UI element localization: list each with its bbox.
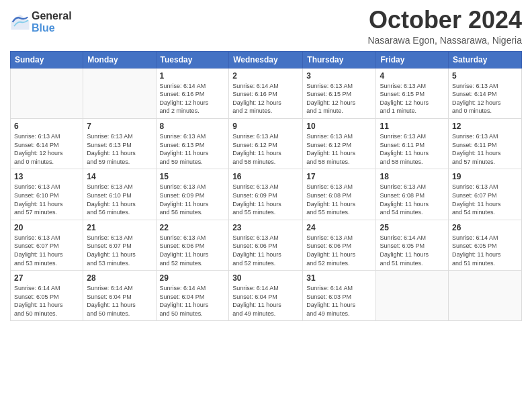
day-info: Sunrise: 6:14 AM Sunset: 6:05 PM Dayligh… — [14, 284, 79, 318]
col-thursday: Thursday — [303, 51, 376, 68]
calendar-cell: 15Sunrise: 6:13 AM Sunset: 6:09 PM Dayli… — [156, 169, 229, 220]
logo-icon — [10, 12, 30, 32]
day-number: 16 — [232, 172, 299, 181]
calendar-cell: 26Sunrise: 6:14 AM Sunset: 6:05 PM Dayli… — [449, 220, 522, 270]
day-info: Sunrise: 6:13 AM Sunset: 6:13 PM Dayligh… — [87, 132, 152, 166]
calendar-cell: 18Sunrise: 6:13 AM Sunset: 6:08 PM Dayli… — [376, 169, 449, 220]
header: General Blue October 2024 Nasarawa Egon,… — [10, 7, 522, 46]
day-number: 17 — [306, 172, 372, 181]
day-number: 11 — [380, 122, 445, 131]
day-number: 26 — [452, 223, 518, 232]
calendar-cell: 14Sunrise: 6:13 AM Sunset: 6:10 PM Dayli… — [83, 169, 156, 220]
calendar-cell: 13Sunrise: 6:13 AM Sunset: 6:10 PM Dayli… — [11, 169, 83, 220]
calendar-header-row: Sunday Monday Tuesday Wednesday Thursday… — [11, 51, 522, 68]
day-number: 7 — [87, 122, 152, 131]
calendar-cell: 30Sunrise: 6:14 AM Sunset: 6:04 PM Dayli… — [229, 271, 303, 321]
day-info: Sunrise: 6:13 AM Sunset: 6:06 PM Dayligh… — [306, 234, 372, 267]
calendar-week-row-4: 20Sunrise: 6:13 AM Sunset: 6:07 PM Dayli… — [11, 220, 522, 270]
calendar-cell: 31Sunrise: 6:14 AM Sunset: 6:03 PM Dayli… — [303, 271, 376, 321]
calendar-cell: 10Sunrise: 6:13 AM Sunset: 6:12 PM Dayli… — [303, 118, 376, 169]
day-number: 18 — [380, 172, 445, 181]
day-number: 12 — [452, 122, 518, 131]
logo-blue: Blue — [32, 22, 72, 34]
calendar-cell: 22Sunrise: 6:13 AM Sunset: 6:06 PM Dayli… — [156, 220, 229, 270]
calendar-cell: 11Sunrise: 6:13 AM Sunset: 6:11 PM Dayli… — [376, 118, 449, 169]
day-number: 27 — [14, 273, 79, 283]
day-info: Sunrise: 6:14 AM Sunset: 6:16 PM Dayligh… — [160, 82, 226, 116]
calendar-cell: 24Sunrise: 6:13 AM Sunset: 6:06 PM Dayli… — [303, 220, 376, 270]
day-info: Sunrise: 6:13 AM Sunset: 6:10 PM Dayligh… — [14, 183, 79, 216]
calendar-week-row-1: 1Sunrise: 6:14 AM Sunset: 6:16 PM Daylig… — [11, 68, 522, 118]
day-number: 13 — [14, 172, 79, 181]
calendar-cell: 28Sunrise: 6:14 AM Sunset: 6:04 PM Dayli… — [83, 271, 156, 321]
day-number: 5 — [452, 71, 518, 81]
col-sunday: Sunday — [11, 51, 83, 68]
calendar-cell: 6Sunrise: 6:13 AM Sunset: 6:14 PM Daylig… — [11, 118, 83, 169]
day-info: Sunrise: 6:13 AM Sunset: 6:08 PM Dayligh… — [306, 183, 372, 216]
day-number: 10 — [306, 122, 372, 131]
calendar-cell: 7Sunrise: 6:13 AM Sunset: 6:13 PM Daylig… — [83, 118, 156, 169]
calendar-cell: 20Sunrise: 6:13 AM Sunset: 6:07 PM Dayli… — [11, 220, 83, 270]
day-info: Sunrise: 6:13 AM Sunset: 6:12 PM Dayligh… — [232, 132, 299, 166]
day-info: Sunrise: 6:14 AM Sunset: 6:04 PM Dayligh… — [160, 284, 226, 318]
day-number: 1 — [160, 71, 226, 81]
calendar-week-row-2: 6Sunrise: 6:13 AM Sunset: 6:14 PM Daylig… — [11, 118, 522, 169]
calendar-cell: 23Sunrise: 6:13 AM Sunset: 6:06 PM Dayli… — [229, 220, 303, 270]
day-number: 25 — [380, 223, 445, 232]
calendar-cell: 25Sunrise: 6:14 AM Sunset: 6:05 PM Dayli… — [376, 220, 449, 270]
col-saturday: Saturday — [449, 51, 522, 68]
day-info: Sunrise: 6:13 AM Sunset: 6:14 PM Dayligh… — [452, 82, 518, 116]
day-info: Sunrise: 6:13 AM Sunset: 6:08 PM Dayligh… — [380, 183, 445, 216]
calendar-cell: 8Sunrise: 6:13 AM Sunset: 6:13 PM Daylig… — [156, 118, 229, 169]
day-info: Sunrise: 6:13 AM Sunset: 6:09 PM Dayligh… — [232, 183, 299, 216]
day-number: 28 — [87, 273, 152, 283]
calendar-table: Sunday Monday Tuesday Wednesday Thursday… — [10, 51, 522, 322]
day-info: Sunrise: 6:14 AM Sunset: 6:04 PM Dayligh… — [87, 284, 152, 318]
day-number: 23 — [232, 223, 299, 232]
day-info: Sunrise: 6:13 AM Sunset: 6:06 PM Dayligh… — [232, 234, 299, 267]
col-tuesday: Tuesday — [156, 51, 229, 68]
calendar-cell — [376, 271, 449, 321]
day-number: 2 — [232, 71, 299, 81]
day-number: 31 — [306, 273, 372, 283]
day-number: 24 — [306, 223, 372, 232]
calendar-week-row-5: 27Sunrise: 6:14 AM Sunset: 6:05 PM Dayli… — [11, 271, 522, 321]
day-number: 6 — [14, 122, 79, 131]
day-info: Sunrise: 6:14 AM Sunset: 6:03 PM Dayligh… — [306, 284, 372, 318]
day-info: Sunrise: 6:13 AM Sunset: 6:06 PM Dayligh… — [160, 234, 226, 267]
day-info: Sunrise: 6:13 AM Sunset: 6:12 PM Dayligh… — [306, 132, 372, 166]
calendar-cell: 3Sunrise: 6:13 AM Sunset: 6:15 PM Daylig… — [303, 68, 376, 118]
day-info: Sunrise: 6:13 AM Sunset: 6:10 PM Dayligh… — [87, 183, 152, 216]
calendar-cell: 29Sunrise: 6:14 AM Sunset: 6:04 PM Dayli… — [156, 271, 229, 321]
calendar-week-row-3: 13Sunrise: 6:13 AM Sunset: 6:10 PM Dayli… — [11, 169, 522, 220]
calendar-cell: 21Sunrise: 6:13 AM Sunset: 6:07 PM Dayli… — [83, 220, 156, 270]
calendar-cell: 17Sunrise: 6:13 AM Sunset: 6:08 PM Dayli… — [303, 169, 376, 220]
location-subtitle: Nasarawa Egon, Nassarawa, Nigeria — [367, 35, 522, 46]
day-info: Sunrise: 6:13 AM Sunset: 6:14 PM Dayligh… — [14, 132, 79, 166]
calendar-cell: 2Sunrise: 6:14 AM Sunset: 6:16 PM Daylig… — [229, 68, 303, 118]
day-number: 30 — [232, 273, 299, 283]
title-section: October 2024 Nasarawa Egon, Nassarawa, N… — [367, 7, 522, 46]
col-wednesday: Wednesday — [229, 51, 303, 68]
day-number: 8 — [160, 122, 226, 131]
day-info: Sunrise: 6:13 AM Sunset: 6:07 PM Dayligh… — [14, 234, 79, 267]
day-number: 4 — [380, 71, 445, 81]
day-info: Sunrise: 6:13 AM Sunset: 6:15 PM Dayligh… — [306, 82, 372, 116]
calendar-cell: 27Sunrise: 6:14 AM Sunset: 6:05 PM Dayli… — [11, 271, 83, 321]
page: General Blue October 2024 Nasarawa Egon,… — [0, 0, 532, 411]
day-number: 29 — [160, 273, 226, 283]
day-info: Sunrise: 6:13 AM Sunset: 6:15 PM Dayligh… — [380, 82, 445, 116]
day-number: 21 — [87, 223, 152, 232]
day-info: Sunrise: 6:14 AM Sunset: 6:05 PM Dayligh… — [452, 234, 518, 267]
calendar-cell: 19Sunrise: 6:13 AM Sunset: 6:07 PM Dayli… — [449, 169, 522, 220]
calendar-cell — [83, 68, 156, 118]
col-friday: Friday — [376, 51, 449, 68]
day-info: Sunrise: 6:14 AM Sunset: 6:04 PM Dayligh… — [232, 284, 299, 318]
day-info: Sunrise: 6:13 AM Sunset: 6:13 PM Dayligh… — [160, 132, 226, 166]
calendar-cell: 12Sunrise: 6:13 AM Sunset: 6:11 PM Dayli… — [449, 118, 522, 169]
calendar-cell: 16Sunrise: 6:13 AM Sunset: 6:09 PM Dayli… — [229, 169, 303, 220]
day-number: 20 — [14, 223, 79, 232]
day-number: 15 — [160, 172, 226, 181]
day-info: Sunrise: 6:14 AM Sunset: 6:16 PM Dayligh… — [232, 82, 299, 116]
calendar-cell — [11, 68, 83, 118]
